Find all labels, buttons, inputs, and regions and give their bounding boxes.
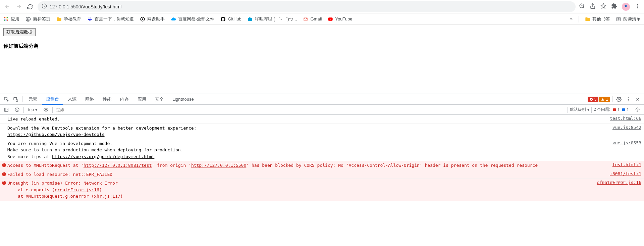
bookmark-item[interactable]: GitHub	[220, 16, 241, 22]
reading-list[interactable]: 阅读清单	[616, 16, 641, 22]
github-icon	[220, 16, 226, 22]
separator	[23, 107, 24, 113]
console-message: Access to XMLHttpRequest at 'http://127.…	[7, 162, 606, 169]
bookmark-label: Gmail	[310, 16, 322, 21]
bookmark-bar: 应用 新标签页 学校教育 百度一下，你就知道 网盘助手 百度网盘-全部文件 Gi…	[0, 13, 644, 25]
warning-count-badge[interactable]: 1	[599, 97, 610, 102]
bookmark-item[interactable]: 新标签页	[25, 16, 50, 22]
bookmark-item[interactable]: 哔哩哔哩 ( ゜- ゜)つ...	[248, 16, 297, 22]
console-source-link[interactable]: test.html:66	[603, 116, 641, 122]
settings-icon[interactable]	[614, 95, 623, 104]
console-link[interactable]: http://127.0.0.1:8081/test	[84, 163, 152, 168]
tab-console[interactable]: 控制台	[42, 94, 63, 105]
apps-shortcut[interactable]: 应用	[3, 16, 19, 22]
gmail-icon	[303, 16, 308, 22]
error-count-badge[interactable]: 3	[588, 97, 599, 102]
bookmark-label: 学校教育	[64, 16, 81, 22]
console-row[interactable]: Download the Vue Devtools extension for …	[0, 124, 644, 139]
url-text: 127.0.0.1:5500/VueStudy/test.html	[50, 4, 121, 9]
console-source-link[interactable]: test.html:1	[606, 162, 641, 169]
console-toolbar: top ▾ 默认级别 ▾ 2 个问题: 1 1	[0, 105, 644, 115]
close-devtools-icon[interactable]	[633, 95, 642, 104]
other-bookmarks[interactable]: 其他书签	[585, 16, 610, 22]
bookmark-overflow[interactable]: »	[570, 16, 573, 21]
watermark: Yujscn.com	[600, 180, 624, 184]
bookmark-item[interactable]: 百度一下，你就知道	[87, 16, 134, 22]
forward-button[interactable]	[15, 3, 23, 11]
svg-point-39	[628, 99, 629, 100]
fetch-data-button[interactable]: 获取后端数据	[3, 28, 36, 36]
console-row-error[interactable]: Access to XMLHttpRequest at 'http://127.…	[0, 161, 644, 170]
inspect-element-icon[interactable]	[2, 95, 11, 104]
svg-point-26	[142, 18, 143, 20]
console-sidebar-toggle-icon[interactable]	[2, 105, 11, 114]
console-source-link[interactable]: vue.js:8553	[606, 140, 641, 160]
bookmark-item[interactable]: 网盘助手	[140, 16, 165, 22]
bookmark-item[interactable]: 百度网盘-全部文件	[171, 16, 214, 22]
console-link[interactable]: createError.js:16	[55, 187, 99, 192]
tab-security[interactable]: 安全	[151, 94, 168, 105]
back-button[interactable]	[3, 3, 11, 11]
console-link[interactable]: https://vuejs.org/guide/deployment.html	[52, 154, 154, 159]
clear-console-icon[interactable]	[13, 105, 21, 114]
context-selector[interactable]: top ▾	[26, 106, 40, 113]
tab-network[interactable]: 网络	[81, 94, 98, 105]
svg-rect-18	[6, 20, 7, 21]
issues-summary[interactable]: 2 个问题: 1 1	[594, 107, 629, 112]
globe-icon	[25, 16, 31, 22]
console-settings-icon[interactable]	[633, 105, 642, 114]
console-row-error[interactable]: Failed to load resource: net::ERR_FAILED…	[0, 170, 644, 179]
tab-application[interactable]: 应用	[133, 94, 150, 105]
svg-rect-15	[6, 18, 7, 19]
more-icon[interactable]	[624, 95, 633, 104]
extensions-icon[interactable]	[611, 3, 617, 10]
svg-rect-49	[622, 108, 625, 111]
share-icon[interactable]	[590, 3, 596, 10]
console-link[interactable]: http://127.0.0.1:5500	[191, 163, 246, 168]
console-row[interactable]: Live reload enabled. test.html:66	[0, 115, 644, 124]
apps-label: 应用	[11, 16, 19, 22]
toolbar-actions	[579, 3, 641, 11]
log-level-selector[interactable]: 默认级别 ▾	[570, 107, 589, 112]
svg-point-23	[88, 19, 89, 20]
svg-point-50	[637, 109, 638, 110]
cloud-icon	[171, 16, 176, 22]
separator	[579, 16, 579, 22]
menu-icon[interactable]	[635, 3, 641, 10]
tab-sources[interactable]: 来源	[64, 94, 80, 105]
bookmark-label: YouTube	[335, 16, 352, 21]
bookmark-item[interactable]: YouTube	[328, 16, 352, 22]
filter-input[interactable]	[55, 107, 566, 113]
bookmark-item[interactable]: 学校教育	[56, 16, 81, 22]
tab-performance[interactable]: 性能	[99, 94, 115, 105]
console-link[interactable]: xhr.js:117	[94, 194, 120, 199]
zoom-icon[interactable]	[579, 3, 585, 10]
svg-rect-48	[613, 108, 616, 111]
console-row-error[interactable]: Uncaught (in promise) Error: Network Err…	[0, 179, 644, 201]
site-info-icon[interactable]	[42, 3, 47, 10]
profile-avatar[interactable]	[622, 3, 630, 11]
svg-point-38	[628, 97, 629, 98]
svg-line-4	[583, 7, 584, 8]
star-icon[interactable]	[600, 3, 606, 10]
console-source-link[interactable]: :8081/test:1	[603, 171, 641, 178]
console-source-link[interactable]: vue.js:8542	[606, 125, 641, 138]
device-toggle-icon[interactable]	[11, 95, 20, 104]
bookmark-item[interactable]: Gmail	[303, 16, 322, 22]
svg-rect-16	[7, 18, 8, 19]
bookmark-label: 网盘助手	[147, 16, 165, 22]
console-link[interactable]: https://github.com/vuejs/vue-devtools	[7, 132, 105, 137]
tab-elements[interactable]: 元素	[24, 94, 41, 105]
separator	[52, 107, 53, 113]
omnibox[interactable]: 127.0.0.1:5500/VueStudy/test.html	[38, 1, 576, 12]
svg-point-37	[618, 99, 620, 100]
svg-point-8	[637, 4, 638, 5]
tab-lighthouse[interactable]: Lighthouse	[168, 94, 198, 105]
bookmark-label: 其他书签	[592, 16, 610, 22]
live-expression-icon[interactable]	[42, 105, 50, 114]
console-message: Download the Vue Devtools extension for …	[7, 125, 606, 138]
reload-button[interactable]	[26, 3, 34, 11]
tab-memory[interactable]: 内存	[116, 94, 133, 105]
console-row[interactable]: You are running Vue in development mode.…	[0, 139, 644, 161]
folder-icon	[56, 16, 62, 22]
